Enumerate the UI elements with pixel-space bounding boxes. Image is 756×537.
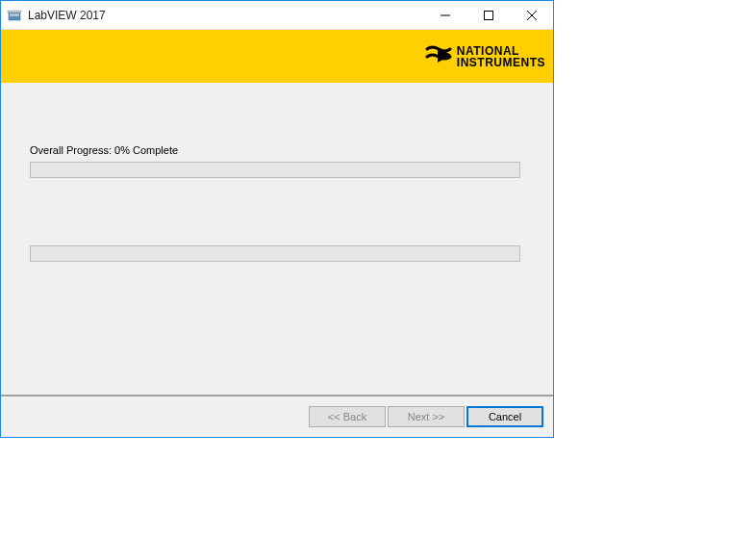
ni-logo: NATIONAL INSTRUMENTS <box>424 43 545 70</box>
cancel-button[interactable]: Cancel <box>466 406 543 427</box>
footer-button-area: << Back Next >> Cancel <box>1 395 553 437</box>
next-button: Next >> <box>388 406 465 427</box>
brand-banner: NATIONAL INSTRUMENTS <box>1 30 553 83</box>
task-progress-bar <box>30 245 520 262</box>
svg-rect-2 <box>8 11 21 13</box>
logo-line1: NATIONAL <box>457 45 545 57</box>
titlebar: LabVIEW 2017 <box>1 1 553 30</box>
logo-line2: INSTRUMENTS <box>457 57 545 68</box>
app-icon <box>7 8 22 23</box>
back-button: << Back <box>309 406 386 427</box>
ni-logo-text: NATIONAL INSTRUMENTS <box>457 45 545 68</box>
svg-rect-4 <box>484 11 492 19</box>
window-title: LabVIEW 2017 <box>28 9 423 22</box>
overall-progress-bar <box>30 162 520 178</box>
overall-progress-label: Overall Progress: 0% Complete <box>30 144 524 156</box>
minimize-button[interactable] <box>423 1 466 29</box>
window-controls <box>423 1 553 29</box>
svg-rect-1 <box>10 13 19 16</box>
content-area: Overall Progress: 0% Complete <box>1 83 553 395</box>
maximize-button[interactable] <box>466 1 510 29</box>
close-button[interactable] <box>510 1 553 29</box>
installer-window: LabVIEW 2017 NATIONAL INSTRUMENTS <box>0 0 554 438</box>
